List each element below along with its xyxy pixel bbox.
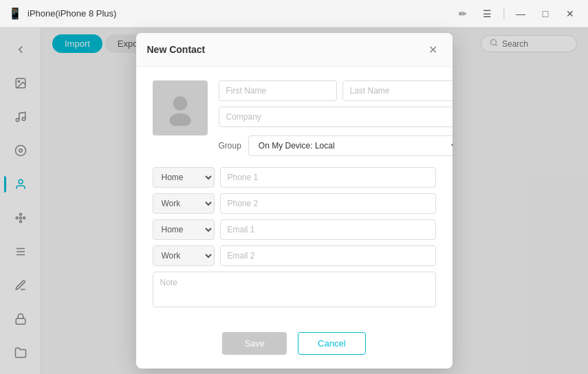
email-row-1: HomeWork [153,219,436,240]
first-name-input[interactable] [219,80,337,101]
email-1-label-select[interactable]: HomeWork [153,219,215,240]
dialog-title: New Contact [147,44,206,55]
contact-fields: HomeWorkMobile HomeWorkMobile [153,167,436,307]
name-fields: Group On My Device: Local [219,80,453,156]
phone-1-input[interactable] [220,167,436,188]
group-select[interactable]: On My Device: Local [248,135,453,156]
name-row [219,80,453,101]
app-window: 📱 iPhone(iPhone 8 Plus) ✏ ☰ | — □ ✕ [0,0,588,374]
phone-1-label-select[interactable]: HomeWorkMobile [153,167,215,188]
email-2-input[interactable] [220,245,436,266]
avatar [153,80,208,135]
email-row-2: HomeWork [153,245,436,266]
maximize-button[interactable]: □ [536,4,555,23]
note-textarea[interactable] [153,272,436,307]
dialog-header: New Contact ✕ [136,33,453,67]
dialog-body: Group On My Device: Local HomeWorkMobile [136,67,453,321]
dialog-footer: Save Cancel [136,321,453,368]
group-label: Group [219,141,241,151]
cancel-button[interactable]: Cancel [298,332,365,355]
title-bar: 📱 iPhone(iPhone 8 Plus) ✏ ☰ | — □ ✕ [0,0,588,28]
svg-point-18 [169,113,190,126]
company-input[interactable] [219,107,453,127]
pen-button[interactable]: ✏ [453,4,472,23]
menu-button[interactable]: ☰ [478,4,497,23]
dialog-close-button[interactable]: ✕ [425,41,442,58]
device-icon: 📱 [8,7,22,20]
svg-point-17 [173,96,187,111]
overlay: New Contact ✕ [0,28,588,374]
device-title: iPhone(iPhone 8 Plus) [28,8,116,19]
avatar-name-row: Group On My Device: Local [153,80,436,156]
phone-row-2: HomeWorkMobile [153,193,436,214]
phone-row-1: HomeWorkMobile [153,167,436,188]
phone-2-input[interactable] [220,193,436,214]
email-2-label-select[interactable]: HomeWork [153,245,215,266]
close-button[interactable]: ✕ [560,4,580,23]
separator: | [503,8,505,20]
new-contact-dialog: New Contact ✕ [136,33,453,368]
phone-2-label-select[interactable]: HomeWorkMobile [153,193,215,214]
save-button[interactable]: Save [222,332,287,355]
email-1-input[interactable] [220,219,436,240]
minimize-button[interactable]: — [511,4,530,23]
title-bar-controls: ✏ ☰ | — □ ✕ [453,4,580,23]
title-bar-left: 📱 iPhone(iPhone 8 Plus) [8,7,116,20]
group-row: Group On My Device: Local [219,135,453,156]
last-name-input[interactable] [342,80,453,101]
